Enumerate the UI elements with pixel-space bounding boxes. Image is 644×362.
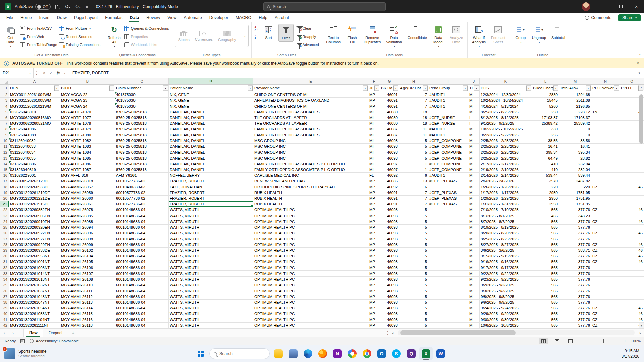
cell-K10[interactable]: 2/25/2026 - 2/25/2026	[480, 138, 532, 144]
collapse-ribbon-button[interactable]: ▴	[639, 53, 641, 56]
cell-I8[interactable]: #AUDIT1	[428, 126, 468, 132]
cell-B2[interactable]: MGY-ACGA-22	[60, 92, 115, 98]
cell-C6[interactable]: 8769-25-0025818	[115, 115, 169, 121]
cell-B37[interactable]: MGY-AMMI-26112	[60, 294, 115, 300]
cell-M42[interactable]: 377.76	[559, 323, 591, 328]
cell-O26[interactable]: 46	[620, 230, 644, 236]
cell-B23[interactable]: MGY-AMMI-26085	[60, 213, 115, 219]
cell-F7[interactable]: MI	[368, 121, 380, 126]
cell-F22[interactable]: MP	[368, 207, 380, 213]
recent-sources-button[interactable]: Recent Sources	[59, 33, 100, 40]
cell-C15[interactable]: 8769-25-0025818	[115, 167, 169, 173]
cell-B38[interactable]: MGY-AMMI-26113	[60, 300, 115, 305]
row-header-19[interactable]: 19	[0, 190, 9, 196]
cell-H29[interactable]: 5	[399, 248, 428, 253]
cell-C18[interactable]: 60010400330-03	[115, 184, 169, 190]
cell-M34[interactable]: 377.76	[559, 277, 591, 282]
cell-L37[interactable]: 565	[532, 294, 559, 300]
cell-D39[interactable]: WATTS, VIRUTH	[169, 305, 253, 311]
cell-M15[interactable]: 232.04	[559, 167, 591, 173]
cell-C8[interactable]: 8769-25-0025818	[115, 126, 169, 132]
cell-I25[interactable]	[428, 225, 468, 230]
cell-D15[interactable]: DANEILAK, DANIEL	[169, 167, 253, 173]
cell-M11[interactable]: 16.41	[559, 144, 591, 149]
cell-I17[interactable]: #CEP_PLEXAS	[428, 178, 468, 184]
vertical-scroll-thumb[interactable]	[639, 94, 643, 144]
cell-J21[interactable]: M	[468, 201, 480, 207]
cell-C27[interactable]: 60010148636-04	[115, 236, 169, 242]
cell-M37[interactable]: 377.76	[559, 294, 591, 300]
cell-B18[interactable]: MGY-AMMI-26057	[60, 184, 115, 190]
cell-N9[interactable]	[591, 132, 620, 138]
cell-I1[interactable]: Pend Group▾	[428, 85, 468, 92]
cell-O40[interactable]: 46	[620, 311, 644, 317]
cell-I40[interactable]	[428, 311, 468, 317]
cell-E26[interactable]: OPTIMUM HEALTH PC	[253, 230, 368, 236]
row-header-21[interactable]: 21	[0, 201, 9, 207]
cell-N42[interactable]: CZ	[591, 323, 620, 328]
cell-B41[interactable]: MGY-AMMI-26116	[60, 317, 115, 323]
cell-E37[interactable]: OPTIMUM HEALTH PC	[253, 294, 368, 300]
cell-K31[interactable]: 9/16/2025 - 9/16/2025	[480, 259, 532, 265]
cell-M14[interactable]: 232.04	[559, 161, 591, 167]
cell-M32[interactable]: 377.76	[559, 265, 591, 271]
cell-H9[interactable]: 11	[399, 132, 428, 138]
cell-M39[interactable]: 377.76	[559, 305, 591, 311]
cell-J35[interactable]: M	[468, 282, 480, 288]
cell-L14[interactable]: 410	[532, 161, 559, 167]
group-button[interactable]: Group▾	[513, 24, 528, 45]
cell-C16[interactable]: AFM-Y6161	[115, 173, 169, 178]
cell-I18[interactable]	[428, 184, 468, 190]
cell-G14[interactable]: 46097	[380, 161, 399, 167]
row-header-8[interactable]: 8	[0, 126, 9, 132]
row-header-10[interactable]: 10	[0, 138, 9, 144]
cell-M20[interactable]: 1751.95	[559, 196, 591, 201]
cell-D23[interactable]: WATTS, VIRUTH	[169, 213, 253, 219]
excel-icon[interactable]: X	[419, 347, 433, 360]
cell-L9[interactable]: 255	[532, 132, 559, 138]
autosave-toggle-pill[interactable]: Off	[35, 4, 51, 10]
cell-L1[interactable]: Billed Charge▾	[532, 85, 559, 92]
cell-H28[interactable]: 5	[399, 242, 428, 248]
cell-D36[interactable]: WATTS, VIRUTH	[169, 288, 253, 294]
user-avatar[interactable]	[582, 2, 590, 11]
page-break-view-button[interactable]	[566, 338, 575, 344]
cell-D8[interactable]: DANEILAK, DANIEL	[169, 126, 253, 132]
cell-K5[interactable]: 8/25/2025 - 8/25/2025	[480, 109, 532, 115]
cell-D7[interactable]: DANEILAK, DANIEL	[169, 121, 253, 126]
cell-C23[interactable]: 60010148636-04	[115, 213, 169, 219]
cell-N26[interactable]: CZ	[591, 230, 620, 236]
cell-C32[interactable]: 60010148636-04	[115, 265, 169, 271]
cell-D17[interactable]: FRAZIER, ROBERT	[169, 178, 253, 184]
row-header-4[interactable]: 4	[0, 103, 9, 109]
news-widget[interactable]: 1 Sports headline Seattle targeted...	[0, 348, 77, 359]
cell-J2[interactable]: M	[468, 92, 480, 98]
cell-K40[interactable]: 9/29/2025 - 9/29/2025	[480, 311, 532, 317]
formula-bar-input[interactable]: FRAZIER, ROBERT	[69, 68, 635, 78]
column-header-N[interactable]: N	[591, 78, 620, 84]
cell-K18[interactable]: 1/26/2026 - 1/26/2026	[480, 184, 532, 190]
cell-L11[interactable]: 16.41	[532, 144, 559, 149]
cell-E33[interactable]: OPTIMUM HEALTH PC	[253, 271, 368, 277]
cancel-entry-icon[interactable]: ×	[43, 71, 45, 75]
cell-M28[interactable]: 377.76	[559, 242, 591, 248]
cell-G40[interactable]: 46093	[380, 311, 399, 317]
from-picture-button[interactable]: From Picture▾	[59, 25, 100, 32]
cell-N2[interactable]	[591, 92, 620, 98]
autosave-toggle[interactable]: AutoSave Off	[15, 4, 51, 10]
filter-button-B[interactable]: ↑	[109, 86, 114, 91]
data-types-gallery-arrow[interactable]: ▾	[241, 26, 248, 46]
accessibility-status[interactable]: Accessibility: Unavailable	[30, 339, 79, 343]
row-header-14[interactable]: 14	[0, 161, 9, 167]
cell-N31[interactable]: CZ	[591, 259, 620, 265]
cell-G35[interactable]: 46093	[380, 282, 399, 288]
cell-F23[interactable]: MP	[368, 213, 380, 219]
row-header-33[interactable]: 33	[0, 271, 9, 277]
flash-fill-button[interactable]: Flash Fill	[344, 24, 360, 45]
cell-O27[interactable]	[620, 236, 644, 242]
cell-E5[interactable]: FAMILY ORTHOPEDIC ASSOCIATES	[253, 109, 368, 115]
filter-button-N[interactable]: ▾	[614, 86, 619, 91]
column-header-E[interactable]: E	[253, 78, 368, 84]
column-header-D[interactable]: D	[169, 78, 253, 84]
cell-L4[interactable]: 5260	[532, 103, 559, 109]
